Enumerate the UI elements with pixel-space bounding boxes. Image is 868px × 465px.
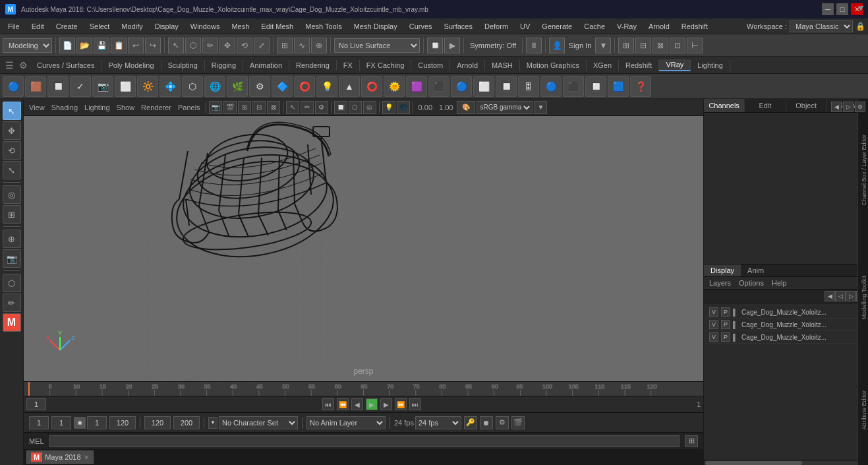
layer-p-btn-3[interactable]: P [721, 332, 730, 342]
shelf-tab-curves[interactable]: Curves / Surfaces [30, 60, 101, 71]
uv-btn[interactable]: ⬡ [3, 274, 21, 292]
vt-camera-btn[interactable]: 📷 [209, 101, 222, 114]
soft-select-btn[interactable]: ◎ [3, 185, 21, 204]
shelf-tab-custom[interactable]: Custom [411, 60, 450, 71]
object-tab[interactable]: Object [786, 99, 827, 112]
layer-item-1[interactable]: V P ▌ Cage_Dog_Muzzle_Xoloitz... [707, 306, 865, 319]
help-menu[interactable]: Help [769, 278, 790, 288]
no-live-surface-dropdown[interactable]: No Live Surface [334, 38, 420, 53]
shelf-tab-fxcaching[interactable]: FX Caching [360, 60, 411, 71]
shelf-icon-10[interactable]: 🌐 [204, 76, 225, 97]
mel-input[interactable] [49, 435, 680, 447]
symmetry-btn[interactable]: ⊞ [3, 205, 21, 224]
frame-start-field[interactable] [29, 416, 49, 429]
range-field[interactable] [87, 416, 107, 429]
menu-windows[interactable]: Windows [185, 21, 225, 32]
shelf-icon-23[interactable]: 🔲 [496, 76, 517, 97]
save-file-btn[interactable]: 💾 [94, 38, 109, 53]
rotate-tool-btn[interactable]: ⟲ [3, 141, 21, 160]
snap-curve-btn[interactable]: ∿ [294, 38, 310, 53]
shelf-icon-14[interactable]: ⭕ [294, 76, 315, 97]
shelf-icon-11[interactable]: 🌿 [227, 76, 248, 97]
render-preview-btn[interactable]: 🔲 [427, 38, 443, 53]
sign-in-icon[interactable]: 👤 [549, 38, 565, 53]
mel-execute-btn[interactable]: ⊞ [685, 435, 698, 447]
shelf-icon-29[interactable]: ❓ [630, 76, 651, 97]
shelf-icon-3[interactable]: 🔲 [47, 76, 69, 97]
vt-shading-btn[interactable]: 🔲 [334, 101, 347, 114]
shelf-scroll-btn[interactable]: ▼ [856, 3, 865, 13]
shelf-tab-xgen[interactable]: XGen [587, 60, 619, 71]
pause-btn[interactable]: ⏸ [526, 38, 542, 53]
vt-select-btn[interactable]: ↖ [286, 101, 299, 114]
select-tool-btn[interactable]: ↖ [3, 102, 21, 120]
shelf-icon-28[interactable]: 🟦 [608, 76, 629, 97]
move-tool-btn[interactable]: ✥ [3, 121, 21, 140]
minimize-button[interactable]: ─ [822, 3, 834, 15]
layer-scroll-next[interactable]: ▷ [846, 291, 856, 301]
shading-menu[interactable]: Shading [49, 104, 80, 111]
workspace-lock-icon[interactable]: 🔒 [855, 22, 865, 31]
options-menu[interactable]: Options [736, 278, 767, 288]
layer-scroll-thumb[interactable] [705, 461, 802, 465]
snap-grid-btn[interactable]: ⊞ [277, 38, 293, 53]
auto-key-btn[interactable]: ⏺ [480, 416, 493, 429]
paint-effects-btn[interactable]: ✏ [3, 294, 21, 312]
shelf-icon-19[interactable]: 🟪 [406, 76, 427, 97]
channel-box-side-label[interactable]: Channel Box / Layer Editor [858, 132, 869, 208]
shelf-tab-animation[interactable]: Animation [243, 60, 289, 71]
shelf-icon-6[interactable]: ⬜ [115, 76, 136, 97]
select-tool-btn[interactable]: ↖ [168, 38, 184, 53]
panel-collapse-1[interactable]: ◀ [831, 102, 842, 112]
lasso-btn[interactable]: ⬡ [185, 38, 201, 53]
shelf-tab-motion[interactable]: Motion Graphics [520, 60, 587, 71]
shelf-icon-2[interactable]: 🟫 [25, 76, 46, 97]
lighting-menu[interactable]: Lighting [82, 104, 113, 111]
range-end-field[interactable] [109, 416, 136, 429]
menu-surfaces[interactable]: Surfaces [439, 21, 478, 32]
snap-btn[interactable]: ⊕ [3, 230, 21, 248]
shelf-icon-22[interactable]: ⬜ [473, 76, 494, 97]
layer-item-2[interactable]: V P ▌ Cage_Dog_Muzzle_Xoloitz... [707, 319, 865, 331]
layer-v-btn-1[interactable]: V [709, 307, 718, 317]
panel-collapse-2[interactable]: ▷ [843, 102, 854, 112]
shelf-tab-arnold[interactable]: Arnold [450, 60, 485, 71]
timeline-ruler[interactable]: 5 10 15 20 25 30 35 40 45 50 55 [24, 382, 703, 396]
shelf-tab-rigging[interactable]: Rigging [205, 60, 243, 71]
paint-btn[interactable]: ✏ [202, 38, 218, 53]
frame-current-field[interactable] [51, 416, 71, 429]
ui-btn-5[interactable]: ⊢ [687, 38, 703, 53]
menu-modify[interactable]: Modify [116, 21, 148, 32]
shelf-icon-8[interactable]: 💠 [159, 76, 181, 97]
layers-menu[interactable]: Layers [707, 278, 734, 288]
channels-tab[interactable]: Channels [704, 99, 745, 112]
new-file-btn[interactable]: 📄 [59, 38, 75, 53]
menu-edit[interactable]: Edit [26, 21, 49, 32]
ui-btn-1[interactable]: ⊞ [618, 38, 634, 53]
shelf-settings-icon[interactable]: ⚙ [16, 60, 30, 71]
shelf-icon-25[interactable]: 🔵 [540, 76, 562, 97]
vt-shadow-btn[interactable]: 🌑 [397, 101, 410, 114]
render-seq-btn[interactable]: 🎬 [511, 416, 525, 429]
menu-create[interactable]: Create [51, 21, 83, 32]
shelf-tab-sculpting[interactable]: Sculpting [161, 60, 205, 71]
shelf-tab-lighting[interactable]: Lighting [691, 60, 730, 71]
vt-lights-btn[interactable]: 💡 [382, 101, 395, 114]
camera-btn[interactable]: 📷 [3, 249, 21, 268]
vt-xray-btn[interactable]: ◎ [363, 101, 376, 114]
next-key-btn[interactable]: ⏩ [395, 398, 407, 410]
fps-dropdown[interactable]: 24 fps [415, 416, 461, 429]
vt-isolate-btn[interactable]: ⊠ [267, 101, 280, 114]
shelf-tab-mash[interactable]: MASH [485, 60, 520, 71]
anim-layer-dropdown[interactable]: No Anim Layer [306, 416, 386, 429]
shelf-icon-4[interactable]: ✓ [70, 76, 91, 97]
menu-arnold[interactable]: Arnold [643, 21, 675, 32]
go-end-btn[interactable]: ⏭ [409, 398, 421, 410]
mode-dropdown[interactable]: Modeling [3, 38, 52, 53]
menu-mesh-display[interactable]: Mesh Display [349, 21, 403, 32]
rotate-btn[interactable]: ⟲ [237, 38, 252, 53]
color-space-dropdown[interactable]: sRGB gamma [477, 101, 533, 114]
shelf-icon-20[interactable]: ⬛ [428, 76, 449, 97]
panel-settings[interactable]: ⚙ [855, 102, 865, 112]
shelf-icon-16[interactable]: ▲ [339, 76, 360, 97]
